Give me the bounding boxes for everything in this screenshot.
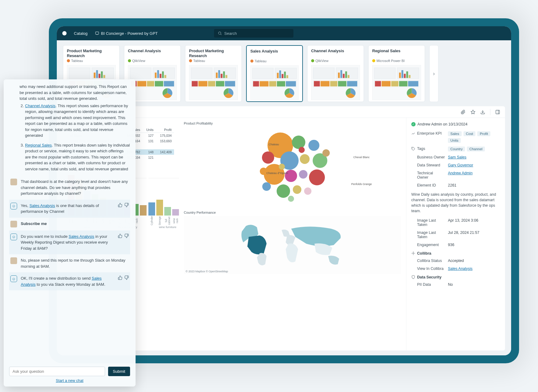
kpi-chip[interactable]: Profit xyxy=(477,131,490,136)
meta-link[interactable]: Sam Sales xyxy=(448,155,466,159)
kpi-chip[interactable]: Cost xyxy=(463,131,476,136)
svg-rect-6 xyxy=(99,74,100,78)
svg-point-109 xyxy=(412,148,413,148)
user-avatar xyxy=(10,221,17,227)
svg-point-108 xyxy=(322,149,330,157)
nav-concierge[interactable]: BI Concierge - Powered by GPT xyxy=(95,31,158,36)
chat-user-msg1: That dashboard is at the category level … xyxy=(9,176,130,200)
tag-chip[interactable]: Channel xyxy=(467,147,485,151)
svg-rect-26 xyxy=(147,81,154,86)
chat-input[interactable] xyxy=(9,367,105,376)
chat-link-sales1[interactable]: Sales Analysis xyxy=(29,203,55,208)
gear-icon xyxy=(411,251,415,255)
bot-icon: ☺ xyxy=(10,275,17,282)
svg-rect-41 xyxy=(216,81,224,86)
profitability-title: Product Profitability xyxy=(184,122,401,125)
chat-messages: who may need additional support or train… xyxy=(9,84,130,364)
nav-catalog[interactable]: Catalog xyxy=(74,31,88,36)
thumbs-down-icon[interactable] xyxy=(124,234,129,238)
meta-verified-text: Andrew Admin on 10/13/2024 xyxy=(417,122,467,126)
svg-rect-22 xyxy=(165,75,166,78)
search-input[interactable]: Search xyxy=(214,29,293,38)
svg-point-101 xyxy=(293,185,301,194)
svg-rect-60 xyxy=(338,73,340,78)
svg-point-103 xyxy=(304,187,311,195)
svg-rect-58 xyxy=(313,68,334,79)
meta-description: Wine Daily sales analysis by country, pr… xyxy=(411,189,500,216)
svg-rect-56 xyxy=(286,81,296,87)
thumbs-up-icon[interactable] xyxy=(118,234,122,238)
map-credit: © 2023 Mapbox © OpenStreetMap xyxy=(186,270,228,273)
kpi-chip[interactable]: Sales xyxy=(448,131,462,136)
chat-bot-msg4: ☺ OK, I'll create a new distribution to … xyxy=(9,272,130,290)
card-thumbnail xyxy=(372,65,421,100)
panel-icon[interactable] xyxy=(495,110,500,114)
svg-point-99 xyxy=(309,169,325,185)
kpi-chip[interactable]: Units xyxy=(448,138,461,143)
svg-rect-83 xyxy=(399,81,408,86)
svg-point-98 xyxy=(299,170,307,179)
report-card[interactable]: Channel Analysis QlikView xyxy=(307,45,364,102)
tags-label: Tags xyxy=(417,147,425,151)
chat-user-msg3: No, please send this report to me throug… xyxy=(9,254,130,272)
meta-link[interactable]: Andrew Admin xyxy=(448,171,473,175)
user-avatar xyxy=(10,179,17,185)
svg-point-1 xyxy=(218,32,221,34)
chat-submit-button[interactable]: Submit xyxy=(108,367,130,376)
card-thumbnail xyxy=(189,65,238,100)
chat-panel: who may need additional support or train… xyxy=(4,79,136,387)
thumbs-up-icon[interactable] xyxy=(118,275,122,280)
chat-user3-text: No, please send this report to me throug… xyxy=(21,257,129,269)
svg-rect-84 xyxy=(408,81,419,86)
svg-rect-87 xyxy=(496,110,500,114)
card-source: Tableau xyxy=(67,59,116,63)
svg-rect-44 xyxy=(253,68,273,79)
star-icon[interactable] xyxy=(471,110,475,114)
chat-link-regional[interactable]: Regional Sales xyxy=(25,143,52,147)
svg-rect-30 xyxy=(191,68,212,79)
bot-icon: ☺ xyxy=(10,203,17,209)
svg-rect-42 xyxy=(225,81,235,86)
thumbs-up-icon[interactable] xyxy=(118,203,122,207)
svg-rect-69 xyxy=(338,81,347,86)
chat-user2-text: Subscribe me xyxy=(21,221,129,227)
card-source: Tableau xyxy=(250,59,299,63)
shield-icon xyxy=(411,275,415,279)
security-header: Data Security xyxy=(411,273,500,281)
report-card[interactable]: Sales Analysis Tableau xyxy=(246,45,303,102)
card-source: Tableau xyxy=(189,59,238,63)
thumbs-down-icon[interactable] xyxy=(124,275,129,280)
cards-next-button[interactable]: › xyxy=(429,45,438,102)
verified-icon: ✓ xyxy=(411,122,416,126)
nav-concierge-label: BI Concierge - Powered by GPT xyxy=(101,31,158,36)
svg-rect-78 xyxy=(409,75,411,78)
chat-link-channel[interactable]: Channel Analysis xyxy=(25,103,56,108)
bubble-label: Penfolds Grange xyxy=(351,183,372,186)
meta-row: Collibra StatusAccepted xyxy=(411,257,500,265)
svg-rect-81 xyxy=(382,81,391,86)
download-icon[interactable] xyxy=(480,110,485,114)
meta-row: Image Last TakenApr 13, 2024 3:06 xyxy=(411,216,500,229)
chat-link-sales2[interactable]: Sales Analysis xyxy=(69,234,94,239)
bubble-label: Chateau d'Yquem xyxy=(267,172,288,175)
card-title: Product Marketing Research xyxy=(189,49,238,58)
new-chat-link[interactable]: Start a new chat xyxy=(9,379,130,383)
meta-link[interactable]: Gary Governor xyxy=(448,163,473,167)
country-title: Country Performance xyxy=(184,211,401,214)
thumbs-down-icon[interactable] xyxy=(124,203,129,207)
svg-rect-27 xyxy=(155,81,163,86)
report-card[interactable]: Product Marketing Research Tableau xyxy=(185,45,242,102)
meta-link[interactable]: Sales Analysis xyxy=(448,267,473,271)
report-card[interactable]: Regional Sales Microsoft Power BI xyxy=(368,45,425,102)
tag-icon xyxy=(411,147,415,151)
svg-rect-4 xyxy=(94,73,96,78)
svg-rect-82 xyxy=(391,81,398,86)
chat-bot-msg1-frag: who may need additional support or train… xyxy=(20,84,127,101)
svg-rect-35 xyxy=(223,71,225,78)
meta-row: Data StewardGary Governor xyxy=(411,161,500,169)
tag-chip[interactable]: Country xyxy=(448,147,465,151)
svg-rect-36 xyxy=(226,75,227,78)
paperclip-icon[interactable] xyxy=(461,110,466,114)
svg-rect-53 xyxy=(260,81,268,87)
card-title: Channel Analysis xyxy=(311,49,360,58)
